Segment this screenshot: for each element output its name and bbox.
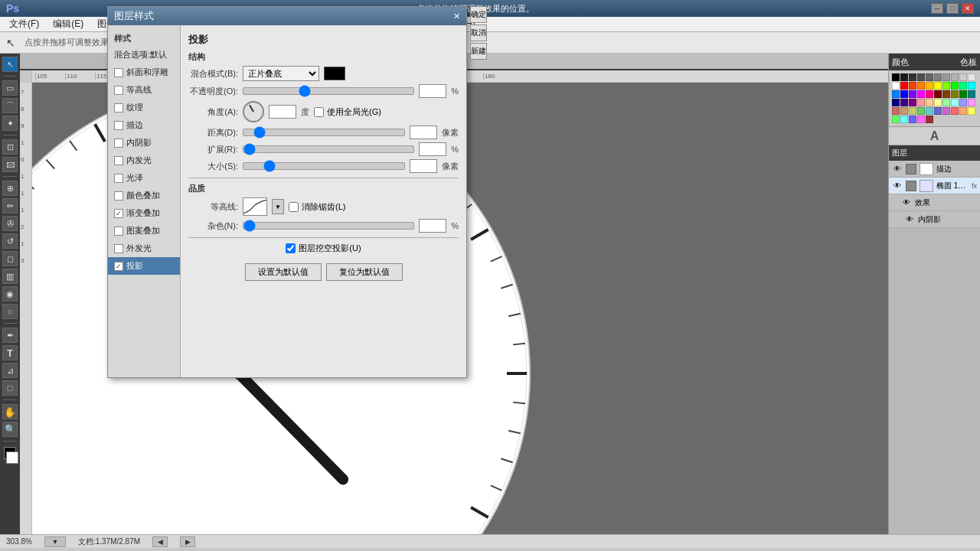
style-blending[interactable]: 混合选项:默认 xyxy=(108,46,180,64)
spread-input[interactable]: 0 xyxy=(419,142,446,156)
quality-subsection: 品质 xyxy=(188,183,459,194)
layer-knockout-row: 图层挖空投影(U) xyxy=(188,243,459,254)
dialog-title-bar[interactable]: 图层样式 ✕ xyxy=(108,7,466,25)
contour-row: 等高线: ▼ 消除锯齿(L) xyxy=(188,197,459,216)
style-checkbox-satin[interactable] xyxy=(114,174,123,183)
style-checkbox-contour[interactable] xyxy=(114,86,123,95)
contour-dropdown-arrow[interactable]: ▼ xyxy=(272,199,284,214)
opacity-row: 不透明度(O): 35 % xyxy=(188,84,459,98)
reset-button[interactable]: 复位为默认值 xyxy=(326,263,403,281)
angle-input[interactable]: 120 xyxy=(269,105,296,119)
shadow-section-title: 投影 xyxy=(188,33,459,47)
size-row: 大小(S): 4 像素 xyxy=(188,159,459,173)
set-default-button[interactable]: 设置为默认值 xyxy=(245,263,322,281)
style-color-overlay[interactable]: 颜色叠加 xyxy=(108,187,180,204)
dialog-body: 样式 混合选项:默认 斜面和浮雕 等高线 纹理 xyxy=(108,25,466,377)
dialog-buttons: 设置为默认值 复位为默认值 xyxy=(188,257,459,287)
style-gradient-overlay[interactable]: 渐变叠加 xyxy=(108,204,180,222)
size-unit: 像素 xyxy=(442,161,459,172)
style-inner-glow[interactable]: 内发光 xyxy=(108,152,180,169)
style-contour[interactable]: 等高线 xyxy=(108,81,180,99)
style-checkbox-pattern-overlay[interactable] xyxy=(114,227,123,236)
spread-slider[interactable] xyxy=(243,145,414,153)
style-checkbox-stroke[interactable] xyxy=(114,121,123,130)
styles-list: 样式 混合选项:默认 斜面和浮雕 等高线 纹理 xyxy=(108,25,181,377)
style-inner-shadow[interactable]: 内阴影 xyxy=(108,134,180,152)
style-checkbox-color-overlay[interactable] xyxy=(114,191,123,201)
opacity-slider[interactable] xyxy=(243,87,414,95)
distance-unit: 像素 xyxy=(442,127,459,139)
angle-row: 角度(A): 120 度 使用全局光(G) xyxy=(188,101,459,122)
distance-row: 距离(D): 2 像素 xyxy=(188,126,459,139)
angle-dial[interactable] xyxy=(243,101,264,122)
style-checkbox-inner-glow[interactable] xyxy=(114,156,123,165)
contour-label: 等高线: xyxy=(188,201,238,213)
structure-subsection: 结构 xyxy=(188,51,459,63)
divider-2 xyxy=(188,237,459,238)
dialog-cancel-button[interactable]: 取消 xyxy=(470,24,487,41)
opacity-label: 不透明度(O): xyxy=(188,86,238,97)
global-light-checkbox[interactable] xyxy=(314,107,324,117)
dialog-close-button[interactable]: ✕ xyxy=(453,11,460,21)
angle-unit: 度 xyxy=(301,106,309,118)
shadow-color-box[interactable] xyxy=(324,67,345,80)
style-checkbox-texture[interactable] xyxy=(114,103,123,112)
spread-row: 扩展(R): 0 % xyxy=(188,142,459,156)
layer-style-dialog: 图层样式 ✕ 样式 混合选项:默认 斜面和浮雕 等高线 xyxy=(107,6,467,378)
layer-knockout-checkbox[interactable] xyxy=(286,243,296,253)
style-checkbox-inner-shadow[interactable] xyxy=(114,139,123,148)
style-checkbox-bevel[interactable] xyxy=(114,68,123,77)
opacity-unit: % xyxy=(451,86,459,96)
dialog-side-buttons: 确定 取消 新建 xyxy=(470,6,487,60)
blend-mode-row: 混合模式(B): 正片叠底 xyxy=(188,66,459,81)
dialog-overlay: 图层样式 ✕ 样式 混合选项:默认 斜面和浮雕 等高线 xyxy=(0,0,980,551)
size-input[interactable]: 4 xyxy=(410,159,437,173)
dialog-new-style-button[interactable]: 新建 xyxy=(470,43,487,60)
contour-preview[interactable] xyxy=(243,197,267,216)
distance-input[interactable]: 2 xyxy=(410,126,437,139)
style-checkbox-outer-glow[interactable] xyxy=(114,244,123,253)
noise-input[interactable]: 0 xyxy=(419,219,446,233)
blend-mode-select[interactable]: 正片叠底 xyxy=(243,66,319,81)
anti-alias-label[interactable]: 消除锯齿(L) xyxy=(289,201,345,213)
style-bevel[interactable]: 斜面和浮雕 xyxy=(108,64,180,81)
noise-label: 杂色(N): xyxy=(188,220,238,232)
style-satin[interactable]: 光泽 xyxy=(108,169,180,187)
size-slider[interactable] xyxy=(243,162,405,170)
distance-slider[interactable] xyxy=(243,129,405,136)
angle-label: 角度(A): xyxy=(188,106,238,118)
noise-row: 杂色(N): 0 % xyxy=(188,219,459,233)
anti-alias-checkbox[interactable] xyxy=(289,202,299,212)
style-settings-panel: 投影 结构 混合模式(B): 正片叠底 不透明度(O): 35 % xyxy=(181,25,466,377)
spread-unit: % xyxy=(451,145,459,154)
style-drop-shadow[interactable]: 投影 xyxy=(108,257,180,275)
blend-mode-label: 混合模式(B): xyxy=(188,68,238,80)
dialog-ok-button[interactable]: 确定 xyxy=(470,6,487,23)
opacity-input[interactable]: 35 xyxy=(419,84,446,98)
distance-label: 距离(D): xyxy=(188,127,238,139)
layer-knockout-label[interactable]: 图层挖空投影(U) xyxy=(286,243,361,254)
size-label: 大小(S): xyxy=(188,161,238,172)
style-stroke[interactable]: 描边 xyxy=(108,116,180,134)
noise-slider[interactable] xyxy=(243,222,414,230)
style-checkbox-gradient-overlay[interactable] xyxy=(114,209,123,218)
style-outer-glow[interactable]: 外发光 xyxy=(108,240,180,257)
noise-unit: % xyxy=(451,221,459,230)
style-checkbox-drop-shadow[interactable] xyxy=(114,262,123,271)
style-pattern-overlay[interactable]: 图案叠加 xyxy=(108,222,180,240)
styles-header: 样式 xyxy=(108,28,180,46)
style-texture[interactable]: 纹理 xyxy=(108,99,180,116)
global-light-label[interactable]: 使用全局光(G) xyxy=(314,106,381,118)
spread-label: 扩展(R): xyxy=(188,144,238,155)
divider-1 xyxy=(188,178,459,178)
